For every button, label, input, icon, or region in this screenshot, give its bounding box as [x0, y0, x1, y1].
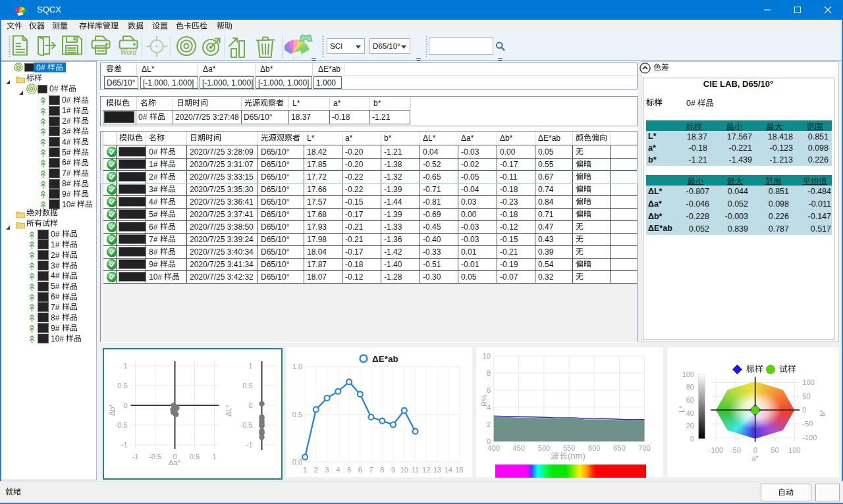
svg-text:14: 14	[445, 466, 452, 474]
svg-text:1: 1	[303, 466, 307, 474]
svg-text:1: 1	[212, 453, 216, 461]
svg-text:1: 1	[248, 362, 252, 370]
svg-text:-1: -1	[132, 453, 138, 461]
svg-text:650: 650	[613, 444, 625, 452]
svg-text:-1: -1	[246, 441, 252, 449]
svg-text:10: 10	[483, 352, 491, 360]
svg-text:4: 4	[336, 466, 340, 474]
svg-text:8: 8	[487, 369, 491, 377]
svg-text:2: 2	[487, 420, 491, 428]
svg-text:0.5: 0.5	[189, 453, 199, 461]
svg-text:0.5: 0.5	[292, 411, 302, 418]
svg-text:0: 0	[487, 438, 491, 445]
svg-text:0: 0	[123, 401, 127, 409]
svg-text:0.5: 0.5	[117, 382, 127, 390]
svg-text:600: 600	[588, 444, 600, 452]
svg-text:9: 9	[391, 466, 395, 474]
svg-text:6: 6	[358, 466, 362, 474]
svg-text:15: 15	[455, 466, 463, 474]
svg-text:2: 2	[314, 466, 318, 474]
svg-text:8: 8	[380, 466, 384, 474]
svg-text:13: 13	[433, 466, 441, 474]
svg-text:7: 7	[369, 466, 373, 474]
svg-text:0.0: 0.0	[292, 458, 302, 466]
svg-text:6: 6	[487, 386, 491, 394]
svg-text:700: 700	[638, 444, 650, 452]
svg-text:ΔE*ab: ΔE*ab	[372, 354, 398, 364]
svg-text:450: 450	[513, 444, 525, 452]
svg-text:10: 10	[400, 466, 408, 474]
svg-text:500: 500	[538, 444, 550, 452]
svg-text:-0.5: -0.5	[149, 453, 161, 461]
svg-text:0: 0	[248, 401, 252, 409]
svg-text:-1: -1	[121, 441, 127, 449]
svg-text:0.5: 0.5	[242, 382, 252, 390]
svg-text:5: 5	[347, 466, 351, 474]
svg-text:1.0: 1.0	[292, 363, 302, 370]
svg-text:-0.5: -0.5	[115, 421, 127, 429]
svg-text:Word: Word	[121, 49, 136, 55]
svg-text:11: 11	[412, 466, 419, 474]
svg-text:1: 1	[123, 362, 127, 370]
svg-text:12: 12	[422, 466, 430, 474]
svg-text:-0.5: -0.5	[240, 421, 252, 429]
svg-text:3: 3	[325, 466, 329, 474]
